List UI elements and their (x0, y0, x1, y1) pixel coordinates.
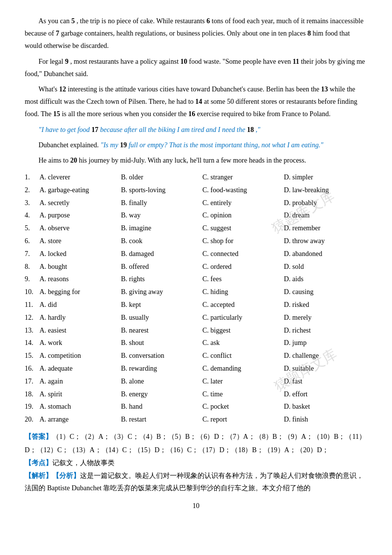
passage-p3: What's 12 interesting is the attitude va… (25, 83, 367, 121)
q18-b: B. energy (121, 388, 202, 400)
q15-num: 15. (25, 350, 39, 362)
answer-section: 【答案】（1）C；（2）A；（3）C；（4）B；（5）B；（6）D；（7）A；（… (25, 430, 367, 457)
passage-p1: As you can 5 , the trip is no piece of c… (25, 15, 367, 52)
choice-row-12: 12. A. hardly B. usually C. particularly… (25, 312, 367, 324)
q8-num: 8. (25, 261, 39, 273)
q3-b: B. finally (121, 197, 202, 209)
q17-d: D. fast (284, 376, 363, 387)
q12-b: B. usually (121, 312, 202, 324)
q3-a: A. secretly (39, 197, 121, 209)
choices-section: 1. A. cleverer B. older C. stranger D. s… (25, 171, 367, 426)
passage: As you can 5 , the trip is no piece of c… (25, 15, 367, 167)
q6-b: B. cook (121, 235, 202, 247)
q7-b: B. damaged (121, 248, 202, 260)
q12-num: 12. (25, 312, 39, 324)
passage-p2: For legal 9 , most restaurants have a po… (25, 55, 367, 80)
q3-c: C. entirely (202, 197, 284, 209)
choice-row-10: 10. A. begging for B. giving away C. hid… (25, 286, 367, 298)
q19-b: B. hand (121, 401, 202, 413)
q11-b: B. kept (121, 299, 202, 311)
q16-a: A. adequate (39, 363, 121, 375)
q10-b: B. giving away (121, 286, 202, 298)
q17-c: C. later (202, 376, 284, 387)
q9-d: D. aids (284, 273, 363, 285)
q2-c: C. food-wasting (202, 184, 284, 196)
choice-row-8: 8. A. bought B. offered C. ordered D. so… (25, 261, 367, 273)
q1-num: 1. (25, 171, 39, 183)
q1-d: D. simpler (284, 171, 363, 183)
q18-c: C. time (202, 388, 284, 400)
q16-d: D. suitable (284, 363, 363, 375)
q7-num: 7. (25, 248, 39, 260)
q8-b: B. offered (121, 261, 202, 273)
q8-d: D. sold (284, 261, 363, 273)
choice-row-4: 4. A. purpose B. way C. opinion D. dream (25, 210, 367, 221)
q2-b: B. sports-loving (121, 184, 202, 196)
choice-row-7: 7. A. locked B. damaged C. connected D. … (25, 248, 367, 260)
page-number: 10 (25, 502, 367, 510)
q1-c: C. stranger (202, 171, 284, 183)
answer-text: （1）C；（2）A；（3）C；（4）B；（5）B；（6）D；（7）A；（8）B；… (25, 433, 366, 454)
choice-row-13: 13. A. easiest B. nearest C. biggest D. … (25, 325, 367, 337)
passage-p5: Dubanchet explained. "Is my 19 full or e… (25, 139, 367, 151)
q19-a: A. stomach (39, 401, 121, 413)
q14-d: D. jump (284, 337, 363, 349)
q12-d: D. merely (284, 312, 363, 324)
q18-a: A. spirit (39, 388, 121, 400)
q20-d: D. finish (284, 414, 363, 426)
q5-b: B. imagine (121, 222, 202, 234)
q17-a: A. again (39, 376, 121, 387)
q9-num: 9. (25, 273, 39, 285)
q8-a: A. bought (39, 261, 121, 273)
choice-row-2: 2. A. garbage-eating B. sports-loving C.… (25, 184, 367, 196)
q6-num: 6. (25, 235, 39, 247)
choice-row-11: 11. A. did B. kept C. accepted D. risked (25, 299, 367, 311)
analysis-label: 【解析】【分析】 (25, 472, 80, 479)
q13-b: B. nearest (121, 325, 202, 337)
q9-c: C. fees (202, 273, 284, 285)
q15-a: A. competition (39, 350, 121, 362)
q4-b: B. way (121, 210, 202, 221)
choice-row-15: 15. A. competition B. conversation C. co… (25, 350, 367, 362)
q16-b: B. rewarding (121, 363, 202, 375)
q19-d: D. basket (284, 401, 363, 413)
q11-c: C. accepted (202, 299, 284, 311)
q2-d: D. law-breaking (284, 184, 363, 196)
q5-num: 5. (25, 222, 39, 234)
q6-c: C. shop for (202, 235, 284, 247)
q8-c: C. ordered (202, 261, 284, 273)
answer-label: 【答案】 (25, 433, 52, 440)
q5-d: D. remember (284, 222, 363, 234)
q3-num: 3. (25, 197, 39, 209)
q10-num: 10. (25, 286, 39, 298)
q10-d: D. causing (284, 286, 363, 298)
q11-d: D. risked (284, 299, 363, 311)
q13-c: C. biggest (202, 325, 284, 337)
choice-row-1: 1. A. cleverer B. older C. stranger D. s… (25, 171, 367, 183)
q20-num: 20. (25, 414, 39, 426)
note-label: 【考点】 (25, 459, 52, 467)
note-text: 记叙文，人物故事类 (52, 459, 115, 467)
q17-b: B. alone (121, 376, 202, 387)
q9-a: A. reasons (39, 273, 121, 285)
q2-num: 2. (25, 184, 39, 196)
q3-d: D. probably (284, 197, 363, 209)
q9-b: B. rights (121, 273, 202, 285)
q18-num: 18. (25, 388, 39, 400)
choice-row-9: 9. A. reasons B. rights C. fees D. aids (25, 273, 367, 285)
q11-num: 11. (25, 299, 39, 311)
q5-a: A. observe (39, 222, 121, 234)
q20-b: B. restart (121, 414, 202, 426)
q15-c: C. conflict (202, 350, 284, 362)
passage-p6: He aims to 20 his journey by mid-July. W… (25, 154, 367, 167)
q2-a: A. garbage-eating (39, 184, 121, 196)
q10-a: A. begging for (39, 286, 121, 298)
choice-row-5: 5. A. observe B. imagine C. suggest D. r… (25, 222, 367, 234)
q14-b: B. shout (121, 337, 202, 349)
note-section: 【考点】记叙文，人物故事类 (25, 459, 367, 468)
q15-d: D. challenge (284, 350, 363, 362)
q16-num: 16. (25, 363, 39, 375)
q16-c: C. demanding (202, 363, 284, 375)
choice-row-20: 20. A. arrange B. restart C. report D. f… (25, 414, 367, 426)
choice-row-19: 19. A. stomach B. hand C. pocket D. bask… (25, 401, 367, 413)
